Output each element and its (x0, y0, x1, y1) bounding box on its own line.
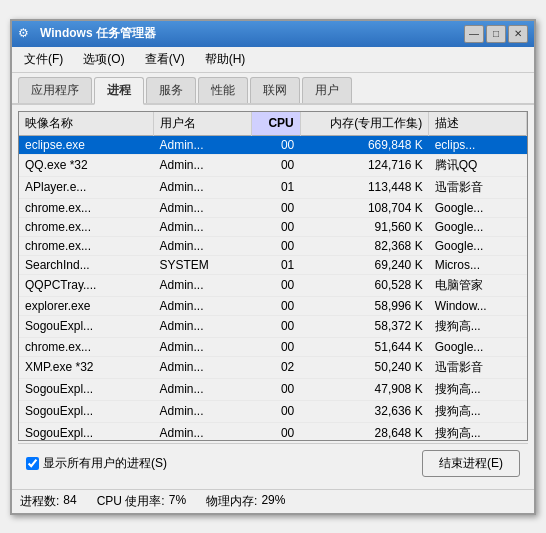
cell-memory: 32,636 K (300, 400, 428, 422)
table-scroll[interactable]: 映像名称 用户名 CPU 内存(专用工作集) 描述 eclipse.exeAdm… (19, 112, 527, 440)
cell-cpu: 00 (251, 315, 300, 337)
table-row[interactable]: explorer.exeAdmin...0058,996 KWindow... (19, 296, 527, 315)
minimize-button[interactable]: — (464, 25, 484, 43)
end-process-button[interactable]: 结束进程(E) (422, 450, 520, 477)
cell-description: 搜狗高... (429, 315, 527, 337)
table-row[interactable]: SogouExpl...Admin...0047,908 K搜狗高... (19, 378, 527, 400)
cell-cpu: 01 (251, 176, 300, 198)
cell-user: Admin... (154, 154, 252, 176)
cpu-usage-label: CPU 使用率: (97, 493, 165, 510)
menu-options[interactable]: 选项(O) (75, 49, 132, 70)
cell-user: Admin... (154, 176, 252, 198)
col-header-mem[interactable]: 内存(专用工作集) (300, 112, 428, 136)
app-icon: ⚙ (18, 26, 34, 42)
table-row[interactable]: SogouExpl...Admin...0058,372 K搜狗高... (19, 315, 527, 337)
title-bar-left: ⚙ Windows 任务管理器 (18, 25, 156, 42)
cell-user: Admin... (154, 337, 252, 356)
table-row[interactable]: APlayer.e...Admin...01113,448 K迅雷影音 (19, 176, 527, 198)
cpu-usage-value: 7% (169, 493, 186, 510)
horizontal-scrollbar[interactable] (19, 440, 527, 441)
cell-cpu: 00 (251, 198, 300, 217)
physical-memory-label: 物理内存: (206, 493, 257, 510)
cell-process-name: QQPCTray.... (19, 274, 154, 296)
tab-services[interactable]: 服务 (146, 77, 196, 103)
table-row[interactable]: SogouExpl...Admin...0032,636 K搜狗高... (19, 400, 527, 422)
cell-process-name: APlayer.e... (19, 176, 154, 198)
table-row[interactable]: chrome.ex...Admin...00108,704 KGoogle... (19, 198, 527, 217)
bottom-bar: 显示所有用户的进程(S) 结束进程(E) (18, 443, 528, 483)
cell-description: 迅雷影音 (429, 176, 527, 198)
cell-process-name: QQ.exe *32 (19, 154, 154, 176)
table-row[interactable]: SearchInd...SYSTEM0169,240 KMicros... (19, 255, 527, 274)
cell-user: Admin... (154, 274, 252, 296)
menu-view[interactable]: 查看(V) (137, 49, 193, 70)
cell-cpu: 01 (251, 255, 300, 274)
cell-cpu: 00 (251, 296, 300, 315)
maximize-button[interactable]: □ (486, 25, 506, 43)
process-count-value: 84 (63, 493, 76, 510)
title-buttons: — □ ✕ (464, 25, 528, 43)
cell-user: Admin... (154, 422, 252, 440)
content-area: 映像名称 用户名 CPU 内存(专用工作集) 描述 eclipse.exeAdm… (12, 105, 534, 489)
table-row[interactable]: chrome.ex...Admin...0091,560 KGoogle... (19, 217, 527, 236)
process-count-label: 进程数: (20, 493, 59, 510)
tab-network[interactable]: 联网 (250, 77, 300, 103)
cell-description: 电脑管家 (429, 274, 527, 296)
cell-user: Admin... (154, 296, 252, 315)
process-list: eclipse.exeAdmin...00669,848 Keclips...Q… (19, 135, 527, 440)
cell-description: Google... (429, 198, 527, 217)
table-row[interactable]: XMP.exe *32Admin...0250,240 K迅雷影音 (19, 356, 527, 378)
table-row[interactable]: chrome.ex...Admin...0051,644 KGoogle... (19, 337, 527, 356)
cell-user: Admin... (154, 400, 252, 422)
menu-bar: 文件(F) 选项(O) 查看(V) 帮助(H) (12, 47, 534, 73)
cell-memory: 124,716 K (300, 154, 428, 176)
tab-users[interactable]: 用户 (302, 77, 352, 103)
cell-description: Google... (429, 337, 527, 356)
cell-description: 搜狗高... (429, 422, 527, 440)
cell-process-name: explorer.exe (19, 296, 154, 315)
cell-cpu: 00 (251, 135, 300, 154)
cell-user: Admin... (154, 135, 252, 154)
col-header-cpu[interactable]: CPU (251, 112, 300, 136)
cell-memory: 47,908 K (300, 378, 428, 400)
cell-memory: 60,528 K (300, 274, 428, 296)
cell-process-name: SogouExpl... (19, 315, 154, 337)
cell-description: Window... (429, 296, 527, 315)
tab-performance[interactable]: 性能 (198, 77, 248, 103)
show-all-users-checkbox[interactable] (26, 457, 39, 470)
cell-description: 搜狗高... (429, 378, 527, 400)
table-row[interactable]: SogouExpl...Admin...0028,648 K搜狗高... (19, 422, 527, 440)
tab-processes[interactable]: 进程 (94, 77, 144, 105)
status-physical-memory: 物理内存: 29% (206, 493, 285, 510)
table-row[interactable]: eclipse.exeAdmin...00669,848 Keclips... (19, 135, 527, 154)
cell-user: Admin... (154, 236, 252, 255)
cell-user: Admin... (154, 356, 252, 378)
col-header-desc[interactable]: 描述 (429, 112, 527, 136)
cell-process-name: SogouExpl... (19, 378, 154, 400)
cell-memory: 669,848 K (300, 135, 428, 154)
cell-process-name: XMP.exe *32 (19, 356, 154, 378)
cell-description: Google... (429, 217, 527, 236)
cell-memory: 91,560 K (300, 217, 428, 236)
cell-memory: 58,372 K (300, 315, 428, 337)
table-row[interactable]: QQ.exe *32Admin...00124,716 K腾讯QQ (19, 154, 527, 176)
cell-user: Admin... (154, 198, 252, 217)
menu-help[interactable]: 帮助(H) (197, 49, 254, 70)
status-bar: 进程数: 84 CPU 使用率: 7% 物理内存: 29% (12, 489, 534, 513)
cell-process-name: SogouExpl... (19, 422, 154, 440)
col-header-user[interactable]: 用户名 (154, 112, 252, 136)
cell-process-name: eclipse.exe (19, 135, 154, 154)
col-header-name[interactable]: 映像名称 (19, 112, 154, 136)
close-button[interactable]: ✕ (508, 25, 528, 43)
cell-process-name: chrome.ex... (19, 236, 154, 255)
cell-description: Google... (429, 236, 527, 255)
cell-user: SYSTEM (154, 255, 252, 274)
table-row[interactable]: QQPCTray....Admin...0060,528 K电脑管家 (19, 274, 527, 296)
tab-applications[interactable]: 应用程序 (18, 77, 92, 103)
table-row[interactable]: chrome.ex...Admin...0082,368 KGoogle... (19, 236, 527, 255)
show-all-users-label[interactable]: 显示所有用户的进程(S) (43, 455, 167, 472)
cell-process-name: chrome.ex... (19, 217, 154, 236)
cell-memory: 50,240 K (300, 356, 428, 378)
window-title: Windows 任务管理器 (40, 25, 156, 42)
menu-file[interactable]: 文件(F) (16, 49, 71, 70)
